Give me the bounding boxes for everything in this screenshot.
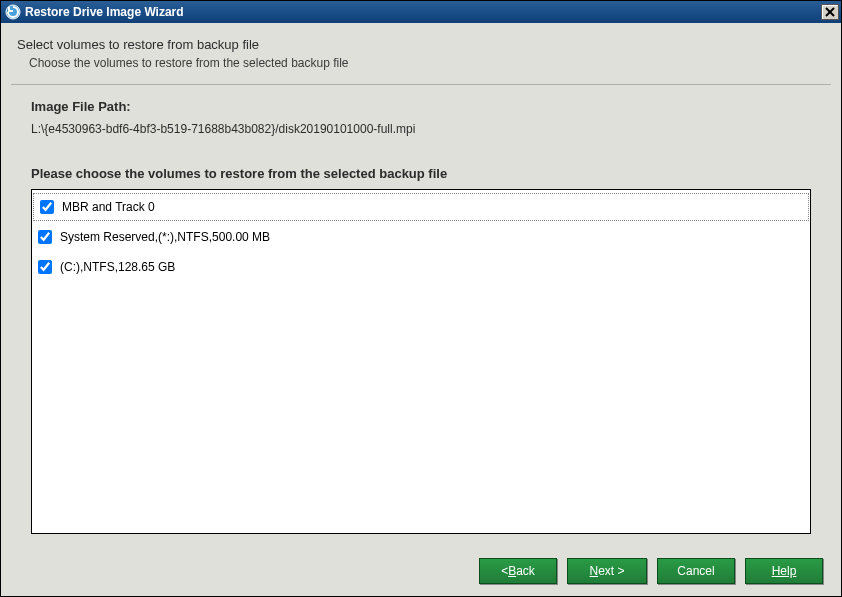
choose-volumes-label: Please choose the volumes to restore fro…: [31, 166, 811, 181]
volume-row-mbr[interactable]: MBR and Track 0: [33, 193, 809, 221]
content-area: Select volumes to restore from backup fi…: [1, 23, 841, 596]
next-button[interactable]: Next >: [567, 558, 647, 584]
header-title: Select volumes to restore from backup fi…: [17, 37, 825, 52]
wizard-window: Restore Drive Image Wizard Select volume…: [0, 0, 842, 597]
app-icon: [5, 4, 21, 20]
volume-label: System Reserved,(*:),NTFS,500.00 MB: [60, 230, 270, 244]
image-file-path-value: L:\{e4530963-bdf6-4bf3-b519-71688b43b082…: [31, 122, 811, 136]
header-subtitle: Choose the volumes to restore from the s…: [29, 56, 825, 70]
cancel-button[interactable]: Cancel: [657, 558, 735, 584]
close-button[interactable]: [821, 4, 839, 20]
volume-label: MBR and Track 0: [62, 200, 155, 214]
wizard-header: Select volumes to restore from backup fi…: [1, 23, 841, 78]
main-area: Image File Path: L:\{e4530963-bdf6-4bf3-…: [1, 85, 841, 546]
volume-checkbox[interactable]: [38, 230, 52, 244]
help-button[interactable]: Help: [745, 558, 823, 584]
image-file-path-label: Image File Path:: [31, 99, 811, 114]
button-bar: < Back Next > Cancel Help: [1, 546, 841, 596]
volume-row-system-reserved[interactable]: System Reserved,(*:),NTFS,500.00 MB: [32, 222, 810, 252]
back-button[interactable]: < Back: [479, 558, 557, 584]
titlebar-title: Restore Drive Image Wizard: [25, 5, 821, 19]
volumes-listbox[interactable]: MBR and Track 0 System Reserved,(*:),NTF…: [31, 189, 811, 534]
volume-checkbox[interactable]: [40, 200, 54, 214]
volume-checkbox[interactable]: [38, 260, 52, 274]
titlebar: Restore Drive Image Wizard: [1, 1, 841, 23]
volume-row-c-drive[interactable]: (C:),NTFS,128.65 GB: [32, 252, 810, 282]
volume-label: (C:),NTFS,128.65 GB: [60, 260, 175, 274]
